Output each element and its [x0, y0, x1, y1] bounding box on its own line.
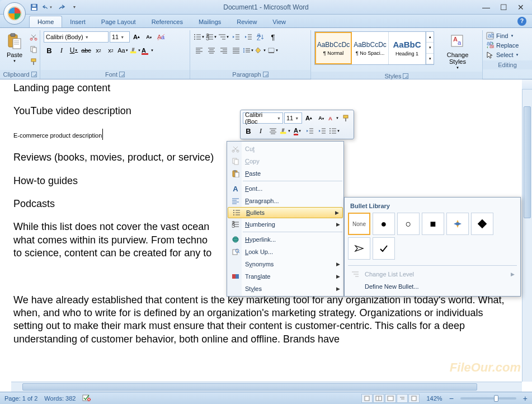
mini-bullets-icon[interactable]: ▼ — [329, 125, 340, 137]
mini-shrink-font-icon[interactable]: A▾ — [316, 112, 327, 124]
bullet-none[interactable]: None — [348, 213, 370, 235]
sort-icon[interactable]: AZ — [255, 31, 266, 43]
find-button[interactable]: abFind▼ — [485, 31, 530, 40]
style-scroll-down[interactable]: ▾ — [426, 43, 434, 53]
style-gallery[interactable]: AaBbCcDc¶ Normal AaBbCcDc¶ No Spaci... A… — [314, 31, 434, 65]
undo-icon[interactable]: ▼ — [43, 2, 53, 12]
zoom-in-icon[interactable]: + — [523, 394, 528, 403]
tab-references[interactable]: References — [144, 16, 191, 27]
tab-mailings[interactable]: Mailings — [191, 16, 229, 27]
zoom-level[interactable]: 142% — [426, 395, 442, 402]
font-family-combo[interactable]: Calibri (Body)▼ — [44, 31, 109, 43]
ctx-paste[interactable]: Paste — [227, 167, 343, 180]
change-case-icon[interactable]: Aa▼ — [117, 45, 129, 56]
numbering-icon[interactable]: 123▼ — [206, 31, 217, 43]
line-spacing-icon[interactable]: ▼ — [243, 45, 254, 56]
shrink-font-icon[interactable]: A▾ — [143, 31, 154, 43]
ctx-cut[interactable]: Cut — [227, 143, 343, 155]
zoom-slider[interactable] — [460, 397, 516, 400]
increase-indent-icon[interactable] — [243, 31, 254, 43]
horizontal-scrollbar[interactable] — [11, 382, 522, 392]
font-dialog-launcher[interactable] — [119, 72, 125, 77]
paragraph-dialog-launcher[interactable] — [263, 72, 269, 77]
style-scroll-up[interactable]: ▴ — [426, 32, 434, 43]
ctx-font[interactable]: AFont... — [227, 182, 343, 195]
full-screen-view[interactable] — [373, 394, 384, 403]
replace-button[interactable]: abacReplace — [485, 41, 530, 50]
align-center-icon[interactable] — [206, 45, 217, 56]
styles-dialog-launcher[interactable] — [403, 73, 408, 79]
ctx-styles[interactable]: Styles▶ — [227, 283, 343, 295]
tab-view[interactable]: View — [265, 16, 294, 27]
web-layout-view[interactable] — [385, 394, 396, 403]
shading-icon[interactable]: ▼ — [255, 45, 266, 56]
paste-button[interactable]: Paste ▼ — [3, 31, 26, 64]
minimize-icon[interactable]: — — [482, 3, 490, 12]
vertical-scrollbar[interactable] — [522, 90, 532, 382]
maximize-icon[interactable]: ☐ — [500, 3, 507, 12]
underline-icon[interactable]: U▼ — [68, 45, 79, 56]
ctx-lookup[interactable]: Look Up... — [227, 246, 343, 258]
ctx-hyperlink[interactable]: Hyperlink... — [227, 233, 343, 246]
help-icon[interactable]: ? — [517, 17, 526, 26]
mini-styles-icon[interactable]: A▼ — [328, 112, 339, 124]
copy-icon[interactable] — [28, 44, 39, 55]
mini-font-color-icon[interactable]: A▼ — [292, 125, 303, 137]
italic-icon[interactable]: I — [56, 45, 67, 56]
bold-icon[interactable]: B — [44, 45, 55, 56]
decrease-indent-icon[interactable] — [230, 31, 242, 43]
save-icon[interactable] — [29, 2, 39, 12]
borders-icon[interactable]: ▼ — [267, 45, 279, 56]
align-left-icon[interactable] — [194, 45, 205, 56]
ctx-synonyms[interactable]: Synonyms▶ — [227, 258, 343, 270]
qat-dropdown-icon[interactable]: ▼ — [69, 2, 79, 12]
style-scroll-more[interactable]: ▾ — [426, 54, 434, 64]
change-list-level[interactable]: Change List Level▶ — [348, 268, 517, 280]
page-status[interactable]: Page: 1 of 2 — [4, 395, 37, 402]
bullet-disc[interactable]: ● — [373, 213, 395, 235]
ctx-paragraph[interactable]: Paragraph... — [227, 195, 343, 207]
mini-increase-indent-icon[interactable] — [317, 125, 328, 137]
mini-decrease-indent-icon[interactable] — [304, 125, 316, 137]
mini-format-painter-icon[interactable] — [340, 112, 351, 124]
clear-format-icon[interactable]: Aa — [156, 31, 167, 43]
office-button[interactable] — [3, 2, 26, 25]
clipboard-dialog-launcher[interactable] — [31, 72, 37, 77]
zoom-out-icon[interactable]: − — [449, 394, 454, 403]
bullet-4square[interactable] — [471, 213, 493, 235]
mini-bold-icon[interactable]: B — [243, 125, 254, 137]
bullet-circle[interactable]: ○ — [397, 213, 420, 235]
close-icon[interactable]: ✕ — [517, 3, 524, 12]
change-styles-button[interactable]: Aa Change Styles▼ — [436, 31, 479, 71]
show-marks-icon[interactable]: ¶ — [267, 31, 279, 43]
highlight-icon[interactable]: ▼ — [130, 45, 141, 56]
font-size-combo[interactable]: 11▼ — [110, 31, 130, 43]
justify-icon[interactable] — [230, 45, 242, 56]
select-button[interactable]: Select▼ — [485, 50, 530, 59]
ctx-copy[interactable]: Copy — [227, 155, 343, 167]
mini-size-combo[interactable]: 11▼ — [284, 112, 302, 124]
outline-view[interactable] — [397, 394, 408, 403]
bullet-4diamond[interactable] — [446, 213, 469, 235]
tab-insert[interactable]: Insert — [62, 16, 93, 27]
subscript-icon[interactable]: x2 — [93, 45, 104, 56]
tab-page-layout[interactable]: Page Layout — [93, 16, 144, 27]
style-normal[interactable]: AaBbCcDc¶ Normal — [315, 32, 352, 64]
ctx-translate[interactable]: Translate▶ — [227, 270, 343, 283]
strikethrough-icon[interactable]: abc — [81, 45, 92, 56]
bullet-arrow[interactable] — [348, 237, 370, 260]
mini-align-center-icon[interactable] — [267, 125, 279, 137]
draft-view[interactable] — [408, 394, 420, 403]
mini-highlight-icon[interactable]: ▼ — [280, 125, 291, 137]
multilevel-icon[interactable]: ▼ — [218, 31, 229, 43]
cut-icon[interactable] — [28, 31, 39, 43]
redo-icon[interactable] — [56, 2, 66, 12]
ctx-bullets[interactable]: Bullets▶ — [228, 207, 343, 218]
word-count[interactable]: Words: 382 — [44, 395, 76, 402]
define-new-bullet[interactable]: Define New Bullet... — [348, 280, 517, 293]
tab-review[interactable]: Review — [229, 16, 265, 27]
style-no-spacing[interactable]: AaBbCcDc¶ No Spaci... — [352, 32, 389, 64]
bullet-check[interactable] — [373, 237, 395, 260]
mini-grow-font-icon[interactable]: A▴ — [303, 112, 314, 124]
format-painter-icon[interactable] — [28, 56, 39, 67]
